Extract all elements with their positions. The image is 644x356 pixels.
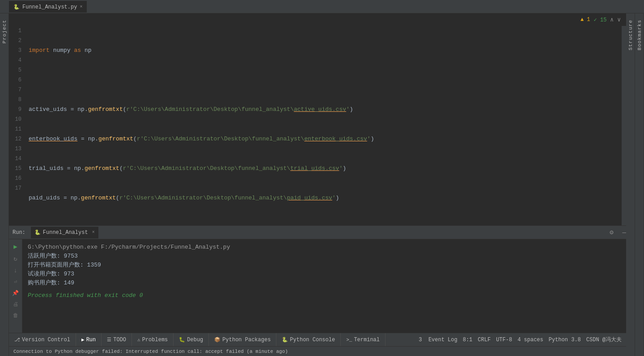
run-tab-python-icon: 🐍 <box>34 229 41 235</box>
code-line-2 <box>29 75 622 85</box>
run-tab-close-button[interactable]: × <box>92 230 95 235</box>
line-num-7: 7 <box>11 85 21 95</box>
debug-icon: 🐛 <box>179 337 185 343</box>
code-editor[interactable]: 1 2 3 4 5 6 7 8 9 10 11 12 13 14 15 16 1… <box>9 26 626 225</box>
run-label: Run: <box>13 229 25 236</box>
nav-up-button[interactable]: ∧ <box>610 16 614 23</box>
line-num-13: 13 <box>11 144 21 154</box>
run-clear-icon[interactable]: 🗑 <box>12 311 19 320</box>
bookmarks-sidebar[interactable]: Bookmarks <box>635 13 644 356</box>
tab-run[interactable]: ▶ Run <box>76 333 102 346</box>
run-output-line-3: 试读用户数: 973 <box>28 270 621 279</box>
status-indent[interactable]: 4 spaces <box>517 337 543 343</box>
status-event-log[interactable]: 3 Event Log <box>419 337 457 343</box>
bottom-tabs: ⎇ Version Control ▶ Run ☰ TODO ⚠ Problem… <box>9 333 419 346</box>
run-minimize-icon[interactable]: — <box>623 229 626 236</box>
tab-todo[interactable]: ☰ TODO <box>102 333 132 346</box>
tab-debug[interactable]: 🐛 Debug <box>174 333 209 346</box>
status-csdn: CSDN @冯大夫 <box>586 336 622 343</box>
run-panel: Run: 🐍 Funnel_Analyst × ⚙ — ▶ ↻ ↓ ⏎ 📌 🖨 <box>9 225 626 333</box>
run-settings-icon[interactable]: ⚙ <box>610 229 613 236</box>
tab-python-packages[interactable]: 📦 Python Packages <box>209 333 276 346</box>
structure-sidebar[interactable]: Structure <box>626 13 635 356</box>
line-num-2: 2 <box>11 36 21 46</box>
code-line-1: import numpy as np <box>29 46 622 55</box>
version-control-icon: ⎇ <box>14 337 20 343</box>
run-command-line: G:\Python\python.exe F:/Pycharm/Projects… <box>28 243 621 252</box>
ok-indicator: ✓ 15 <box>594 17 607 23</box>
tab-problems[interactable]: ⚠ Problems <box>132 333 174 346</box>
code-line-5: trial_uids = np.genfromtxt(r'C:\Users\Ad… <box>29 164 622 174</box>
editor-tab-funnel-analyst[interactable]: 🐍 Funnel_Analyst.py × <box>9 1 87 13</box>
error-bar: Connection to Python debugger failed: In… <box>9 346 626 356</box>
run-soft-wrap-icon[interactable]: ⏎ <box>13 278 18 286</box>
line-numbers: 1 2 3 4 5 6 7 8 9 10 11 12 13 14 15 16 1… <box>9 26 25 225</box>
line-num-5: 5 <box>11 65 21 75</box>
code-line-6: paid_uids = np.genfromtxt(r'C:\Users\Adm… <box>29 193 622 203</box>
code-line-3: active_uids = np.genfromtxt(r'C:\Users\A… <box>29 105 622 114</box>
tab-problems-label: Problems <box>142 337 168 343</box>
code-line-4: enterbook_uids = np.genfromtxt(r'C:\User… <box>29 134 622 144</box>
error-message: Connection to Python debugger failed: In… <box>13 349 288 354</box>
run-pin-icon[interactable]: 📌 <box>11 289 20 297</box>
tab-python-console-label: Python Console <box>290 337 335 343</box>
tab-run-label: Run <box>86 337 96 343</box>
line-num-14: 14 <box>11 154 21 164</box>
line-num-8: 8 <box>11 95 21 105</box>
code-content[interactable]: import numpy as np active_uids = np.genf… <box>25 26 622 225</box>
event-count: 3 <box>419 337 422 343</box>
project-sidebar-label: Project <box>2 20 7 43</box>
editor-top-bar: ▲ 1 ✓ 15 ∧ ∨ <box>9 13 626 26</box>
editor-tabs-bar: 🐍 Funnel_Analyst.py × <box>0 0 644 13</box>
line-num-17: 17 <box>11 183 21 193</box>
line-num-12: 12 <box>11 134 21 144</box>
status-line-ending[interactable]: CRLF <box>478 337 491 343</box>
line-num-15: 15 <box>11 164 21 174</box>
project-sidebar[interactable]: Project <box>0 13 9 356</box>
status-position[interactable]: 8:1 <box>463 337 473 343</box>
run-icon-tab: ▶ <box>81 337 85 343</box>
python-console-icon: 🐍 <box>282 337 288 343</box>
line-num-9: 9 <box>11 105 21 114</box>
tab-close-button[interactable]: × <box>80 4 82 9</box>
main-area: Project ▲ 1 ✓ 15 ∧ ∨ 1 2 3 4 5 6 7 8 9 1… <box>0 13 644 356</box>
warning-indicator: ▲ 1 <box>580 17 590 23</box>
python-packages-icon: 📦 <box>214 337 220 343</box>
run-play-icon[interactable]: ▶ <box>13 242 18 251</box>
run-output: G:\Python\python.exe F:/Pycharm/Projects… <box>22 239 626 333</box>
editor-container: ▲ 1 ✓ 15 ∧ ∨ 1 2 3 4 5 6 7 8 9 10 11 12 … <box>9 13 626 356</box>
tab-python-packages-label: Python Packages <box>222 337 271 343</box>
line-num-10: 10 <box>11 114 21 124</box>
line-num-11: 11 <box>11 124 21 134</box>
bookmarks-label: Bookmarks <box>637 20 642 50</box>
run-rerun-icon[interactable]: ↻ <box>13 254 18 263</box>
python-file-icon: 🐍 <box>13 4 20 10</box>
line-num-6: 6 <box>11 75 21 85</box>
tab-terminal[interactable]: >_ Terminal <box>341 333 386 346</box>
problems-icon: ⚠ <box>137 337 140 343</box>
run-content-area: ▶ ↻ ↓ ⏎ 📌 🖨 🗑 G:\Python\python.exe F:/Py… <box>9 239 626 333</box>
structure-label: Structure <box>628 20 633 50</box>
tab-debug-label: Debug <box>187 337 203 343</box>
run-scroll-down-icon[interactable]: ↓ <box>13 266 18 275</box>
editor-scrollbar[interactable] <box>622 26 626 225</box>
run-print-icon[interactable]: 🖨 <box>12 300 19 309</box>
line-num-1: 1 <box>11 26 21 36</box>
run-output-line-2: 打开书籍页面用户数: 1359 <box>28 261 621 270</box>
tab-todo-label: TODO <box>113 337 126 343</box>
run-output-line-1: 活跃用户数: 9753 <box>28 252 621 261</box>
tab-version-control-label: Version Control <box>22 337 70 343</box>
todo-icon: ☰ <box>107 337 111 343</box>
run-tab-funnel[interactable]: 🐍 Funnel_Analyst × <box>31 227 98 238</box>
terminal-icon: >_ <box>346 337 352 343</box>
nav-down-button[interactable]: ∨ <box>617 16 621 23</box>
bottom-status-bar: ⎇ Version Control ▶ Run ☰ TODO ⚠ Problem… <box>9 333 626 346</box>
status-python-version[interactable]: Python 3.8 <box>549 337 581 343</box>
tab-version-control[interactable]: ⎇ Version Control <box>9 333 76 346</box>
event-log-label: Event Log <box>428 337 458 343</box>
status-encoding[interactable]: UTF-8 <box>496 337 512 343</box>
run-finish-line: Process finished with exit code 0 <box>28 291 621 300</box>
tab-filename: Funnel_Analyst.py <box>22 4 77 10</box>
tab-python-console[interactable]: 🐍 Python Console <box>276 333 341 346</box>
line-num-3: 3 <box>11 46 21 55</box>
